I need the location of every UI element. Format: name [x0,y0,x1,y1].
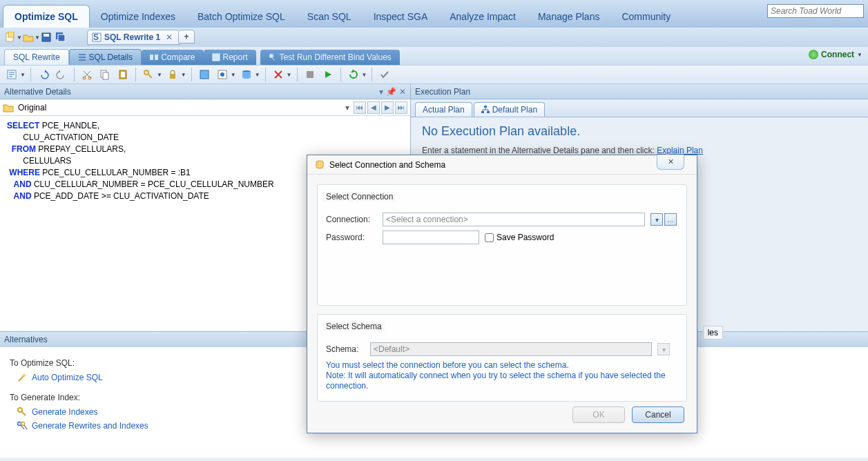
check-icon[interactable] [377,67,392,82]
search-input[interactable] [767,4,864,18]
dropdown-arrow-icon[interactable]: ▼ [181,72,186,78]
keys-icon [17,420,28,431]
group-legend: Select Schema [323,322,385,331]
subtab-sql-details[interactable]: SQL Details [69,49,142,65]
new-tab-button[interactable]: + [178,30,195,43]
dialog-title-bar: Select Connection and Schema [307,155,697,175]
dropdown-arrow-icon[interactable]: ▼ [287,72,292,78]
lock-icon[interactable] [165,67,180,82]
redo-icon[interactable] [54,67,69,82]
nav-tab-inspect-sga[interactable]: Inspect SGA [363,6,439,28]
key-icon [17,406,28,418]
dropdown-arrow-icon[interactable]: ▼ [231,72,236,78]
schema-label: Schema: [326,344,365,354]
explain-plan-link[interactable]: Explain Plan [657,146,703,155]
bookmark-icon[interactable] [197,67,212,82]
plan-heading: No Execution Plan available. [422,124,857,139]
dropdown-arrow-icon[interactable]: ▾ [345,103,349,112]
last-icon[interactable]: ⏭ [395,101,407,114]
svg-point-12 [269,54,273,58]
explain-plan-icon[interactable] [4,67,19,82]
subtab-test-run[interactable]: Test Run Different Bind Values [260,50,400,65]
open-icon[interactable] [22,31,35,43]
link-label: Auto Optimize SQL [32,373,103,382]
cut-icon[interactable] [79,67,95,82]
close-pane-icon[interactable]: ✕ [399,87,406,97]
db-icon[interactable] [239,67,254,82]
dropdown-arrow-icon[interactable]: ▼ [20,72,26,78]
document-tab[interactable]: S SQL Rewrite 1 ✕ [87,30,180,45]
group-legend: Select Connection [323,192,396,202]
prev-icon[interactable]: ◀ [367,101,380,114]
subtab-sql-rewrite[interactable]: SQL Rewrite [4,49,69,65]
refresh-icon[interactable] [346,67,361,82]
subtab-compare[interactable]: Compare [142,50,203,65]
new-icon[interactable] [4,31,17,43]
svg-text:S: S [93,32,99,42]
dropdown-arrow-icon[interactable]: ▼ [157,72,162,78]
next-icon[interactable]: ▶ [381,101,394,114]
nav-tab-batch-optimize[interactable]: Batch Optimize SQL [186,6,296,28]
svg-rect-22 [200,70,209,79]
wand-icon [17,372,28,383]
stop-icon[interactable] [302,67,318,82]
subtab-report[interactable]: Report [204,50,256,65]
subtab-label: Compare [161,52,195,62]
tab-actual-plan[interactable]: Actual Plan [415,102,472,117]
pane-title: Alternative Details [4,87,71,97]
folder-icon[interactable] [3,103,14,112]
dropdown-arrow-icon[interactable]: ▼ [17,35,22,41]
close-tab-icon[interactable]: ✕ [166,32,173,42]
dropdown-arrow-icon[interactable]: ▼ [255,72,260,78]
undo-icon[interactable] [36,67,51,82]
nav-tab-community[interactable]: Community [610,6,682,28]
dropdown-arrow-icon[interactable]: ▾ [379,87,383,97]
connect-button[interactable]: Connect ▼ [809,50,862,59]
link-label: Generate Indexes [32,407,97,417]
subtab-label: Report [223,52,248,62]
pane-header: Execution Plan [411,84,868,99]
svg-rect-29 [487,111,490,113]
nav-tab-optimize-sql[interactable]: Optimize SQL [3,5,90,28]
svg-rect-1 [8,32,14,37]
connection-dropdown-icon[interactable]: ▾ [650,213,663,226]
action-toolbar: ▼ ▼ ▼ ▼ ▼ ▼ ▼ [0,65,868,84]
nav-tab-scan-sql[interactable]: Scan SQL [296,6,363,28]
save-password-label: Save Password [496,233,554,242]
nav-tab-manage-plans[interactable]: Manage Plans [527,6,611,28]
password-input[interactable] [383,230,479,244]
save-password-checkbox[interactable] [485,233,494,242]
pane-title: Execution Plan [415,87,470,97]
svg-rect-3 [44,34,49,37]
paste-icon[interactable] [115,67,131,82]
pin-icon[interactable]: 📌 [386,87,396,97]
dropdown-arrow-icon[interactable]: ▼ [857,52,862,58]
play-icon[interactable] [320,67,336,82]
connection-dialog: ✕ Select Connection and Schema Select Co… [307,155,697,433]
dropdown-arrow-icon[interactable]: ▼ [35,35,40,41]
password-label: Password: [326,233,377,242]
copy-icon[interactable] [97,67,113,82]
save-icon[interactable] [40,31,52,43]
tab-default-plan[interactable]: Default Plan [474,102,545,117]
svg-rect-27 [484,106,487,108]
nav-tab-analyze-impact[interactable]: Analyze Impact [438,6,527,28]
first-icon[interactable]: ⏮ [354,101,366,114]
file-toolbar: ▼ ▼ S SQL Rewrite 1 ✕ + [0,28,868,47]
connection-browse-icon[interactable]: … [664,213,677,226]
options-icon[interactable] [215,67,230,82]
svg-rect-21 [170,74,175,79]
cancel-button[interactable]: Cancel [632,406,684,423]
key-icon[interactable] [141,67,156,82]
dropdown-arrow-icon[interactable]: ▼ [362,72,367,78]
partial-tab[interactable]: les [703,326,723,340]
schema-input [370,342,652,356]
sql-rewrite-icon: S [92,32,102,42]
clear-icon[interactable] [271,67,286,82]
connection-input[interactable] [383,213,645,226]
save-all-icon[interactable] [55,31,67,43]
connect-status-icon [809,50,818,59]
tree-icon [481,106,490,114]
svg-rect-10 [155,55,158,60]
nav-tab-optimize-indexes[interactable]: Optimize Indexes [90,6,186,28]
